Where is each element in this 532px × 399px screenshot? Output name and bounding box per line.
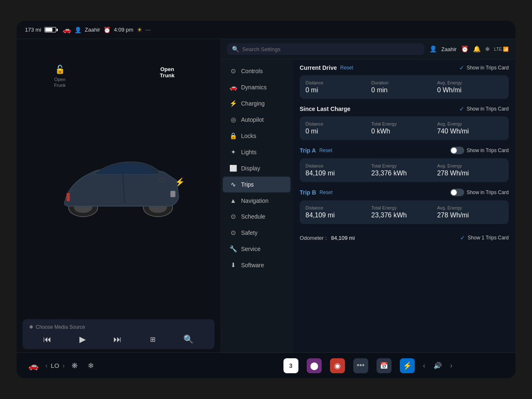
nav-item-display[interactable]: ⬜ Display xyxy=(223,160,291,176)
main-content: 🔓 Open Frunk Open Trunk ⚡ xyxy=(17,39,515,352)
since-last-charge-card: Distance 0 mi Total Energy 0 kWh Avg. En… xyxy=(300,116,509,140)
nav-item-software[interactable]: ⬇ Software xyxy=(223,257,291,273)
car-image xyxy=(48,139,189,224)
nav-item-safety[interactable]: ⊙ Safety xyxy=(223,225,291,241)
trip-b-distance: Distance 84,109 mi xyxy=(305,205,371,219)
since-last-charge-header: Since Last Charge ✓ Show in Trips Card xyxy=(300,106,509,112)
current-drive-energy: Avg. Energy 0 Wh/mi xyxy=(437,80,503,94)
navigation-icon: ▲ xyxy=(229,197,237,204)
volume-area: 🔊 xyxy=(433,362,442,369)
trip-b-show-trips: Show in Trips Card xyxy=(450,189,509,196)
calendar2-app-icon[interactable]: 📅 xyxy=(377,358,392,373)
current-drive-check-icon: ✓ xyxy=(459,64,464,71)
current-drive-reset-button[interactable]: Reset xyxy=(340,65,353,71)
right-panel: 🔍 👤 Zaahir ⏰ 🔔 ❄ LTE 📶 xyxy=(220,39,515,352)
volume-icon: 🔊 xyxy=(433,362,442,369)
status-weather: --- xyxy=(145,27,151,33)
media-controls: ⏮ ▶ ⏭ ⊞ 🔍 xyxy=(29,334,208,344)
car-area: 🔓 Open Frunk Open Trunk ⚡ xyxy=(17,39,220,315)
camera-app-icon[interactable]: ⬤ xyxy=(307,358,322,373)
nav-item-autopilot[interactable]: ◎ Autopilot xyxy=(223,112,291,128)
defrost-button[interactable]: ❄ xyxy=(84,360,97,372)
nav-item-charging[interactable]: ⚡ Charging xyxy=(223,96,291,111)
trip-a-card: Distance 84,109 mi Total Energy 23,376 k… xyxy=(300,158,509,182)
fan-button[interactable]: ❋ xyxy=(68,360,81,372)
trip-a-reset-button[interactable]: Reset xyxy=(319,148,332,153)
more-app-icon[interactable]: ••• xyxy=(353,358,368,373)
trip-b-toggle[interactable] xyxy=(450,189,464,196)
svg-rect-7 xyxy=(159,178,165,182)
service-icon: 🔧 xyxy=(229,245,237,253)
odometer-check-icon: ✓ xyxy=(460,234,465,241)
nav-item-dynamics[interactable]: 🚗 Dynamics xyxy=(223,79,291,95)
car-taskbar-button[interactable]: 🚗 xyxy=(25,359,42,372)
odometer-label-group: Odometer : 84,109 mi xyxy=(300,234,355,241)
search-media-button[interactable]: 🔍 xyxy=(183,334,194,344)
gamepad-app-icon[interactable]: ◉ xyxy=(330,358,345,373)
eq-button[interactable]: ⊞ xyxy=(150,335,155,343)
clock-icon-header: ⏰ xyxy=(461,45,469,53)
lte-indicator: LTE 📶 xyxy=(494,47,509,52)
prev-track-button[interactable]: ⏮ xyxy=(43,335,52,344)
nav-item-navigation[interactable]: ▲ Navigation xyxy=(223,193,291,208)
nav-item-schedule[interactable]: ⊙ Schedule xyxy=(223,209,291,224)
current-drive-distance: Distance 0 mi xyxy=(305,80,371,94)
vol-prev-button[interactable]: ‹ xyxy=(423,362,425,369)
status-left: 173 mi 🚗 👤 Zaahir ⏰ 4:09 pm ☀ --- xyxy=(25,26,229,34)
svg-rect-5 xyxy=(66,193,70,201)
prev-chevron-button[interactable]: ‹ xyxy=(45,362,47,369)
status-bar: 173 mi 🚗 👤 Zaahir ⏰ 4:09 pm ☀ --- xyxy=(17,21,515,39)
current-drive-duration: Duration 0 min xyxy=(371,80,437,94)
nav-item-service[interactable]: 🔧 Service xyxy=(223,241,291,257)
since-last-charge-total-energy: Total Energy 0 kWh xyxy=(371,121,437,135)
trip-b-reset-button[interactable]: Reset xyxy=(320,190,332,195)
calendar-app-icon[interactable]: 3 xyxy=(283,358,298,373)
locks-icon: 🔒 xyxy=(229,132,237,140)
play-button[interactable]: ▶ xyxy=(79,334,86,344)
next-chevron-button[interactable]: › xyxy=(62,362,64,369)
charging-icon: ⚡ xyxy=(229,100,237,107)
open-trunk-right[interactable]: Open Trunk xyxy=(160,66,175,79)
trips-icon: ∿ xyxy=(229,181,237,188)
nav-item-lights[interactable]: ✦ Lights xyxy=(223,144,291,160)
since-last-charge-title: Since Last Charge xyxy=(300,106,350,112)
sun-icon: ☀ xyxy=(137,26,142,34)
status-user: Zaahir xyxy=(85,27,100,33)
safety-icon: ⊙ xyxy=(229,229,237,236)
bell-icon: 🔔 xyxy=(473,45,481,53)
odometer-value: 84,109 mi xyxy=(331,235,355,241)
autopilot-icon: ◎ xyxy=(229,116,237,123)
since-last-charge-avg-energy: Avg. Energy 740 Wh/mi xyxy=(437,121,503,135)
since-last-charge-title-area: Since Last Charge xyxy=(300,106,350,112)
search-box[interactable]: 🔍 xyxy=(227,43,424,55)
trip-b-title: Trip B xyxy=(300,189,316,196)
nav-item-locks[interactable]: 🔒 Locks xyxy=(223,128,291,144)
trip-a-distance: Distance 84,109 mi xyxy=(305,163,371,177)
nav-item-trips[interactable]: ∿ Trips xyxy=(223,177,291,192)
media-source-label: ✱ Choose Media Source xyxy=(29,324,208,330)
trip-a-title-area: Trip A Reset xyxy=(300,147,332,154)
current-drive-show-trips: ✓ Show in Trips Card xyxy=(459,64,509,71)
trip-a-total-energy: Total Energy 23,376 kWh xyxy=(371,163,437,177)
current-drive-title-area: Current Drive Reset xyxy=(300,64,353,71)
software-icon: ⬇ xyxy=(229,261,237,269)
odometer-row: Odometer : 84,109 mi ✓ Show 1 Trips Card xyxy=(300,231,509,245)
trip-a-toggle[interactable] xyxy=(450,147,464,154)
frunk-icon: 🔓 xyxy=(54,64,66,75)
bluetooth-app-icon[interactable]: ⚡ xyxy=(400,358,415,373)
snowflake-icon: ❄ xyxy=(485,46,490,52)
svg-rect-6 xyxy=(170,191,175,197)
next-track-button[interactable]: ⏭ xyxy=(113,335,122,344)
since-last-charge-check-icon: ✓ xyxy=(459,106,464,112)
range-display: 173 mi xyxy=(25,27,41,33)
open-frunk-label[interactable]: 🔓 Open Frunk xyxy=(54,64,66,89)
nav-item-controls[interactable]: ⊙ Controls xyxy=(223,63,291,79)
odometer-show-trips: ✓ Show 1 Trips Card xyxy=(460,234,509,241)
settings-body: ⊙ Controls 🚗 Dynamics ⚡ Charging ◎ Autop… xyxy=(220,59,515,352)
search-input[interactable] xyxy=(242,46,419,52)
vol-next-button[interactable]: › xyxy=(450,362,452,369)
main-screen: 173 mi 🚗 👤 Zaahir ⏰ 4:09 pm ☀ --- 🔓 Open… xyxy=(17,21,515,378)
display-icon: ⬜ xyxy=(229,165,237,172)
trip-b-header: Trip B Reset Show in Trips Card xyxy=(300,189,509,196)
bluetooth-icon: ✱ xyxy=(29,324,33,330)
